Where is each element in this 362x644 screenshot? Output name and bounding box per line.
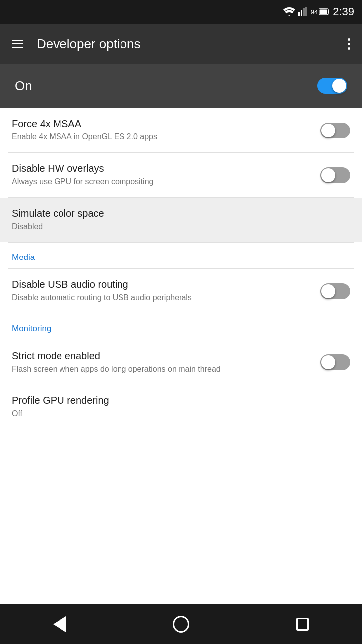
svg-rect-2 [303, 8, 305, 16]
developer-options-toggle-banner: On [0, 64, 362, 108]
status-time: 2:39 [333, 5, 354, 18]
signal-icon [298, 7, 308, 16]
monitoring-section-label: Monitoring [12, 324, 51, 333]
app-bar: Developer options [0, 24, 362, 64]
strict-mode-toggle[interactable] [320, 354, 350, 370]
profile-gpu-rendering-text: Profile GPU rendering Off [12, 395, 350, 419]
simulate-color-space-subtitle: Disabled [12, 221, 350, 232]
on-label: On [15, 78, 317, 94]
toggle-knob [321, 124, 335, 137]
wifi-icon [283, 7, 295, 16]
disable-usb-audio-title: Disable USB audio routing [12, 279, 320, 290]
disable-hw-overlays-text: Disable HW overlays Always use GPU for s… [12, 163, 320, 187]
disable-hw-overlays-toggle[interactable] [320, 167, 350, 183]
svg-rect-5 [328, 10, 329, 13]
toggle-knob [321, 168, 335, 182]
media-section-label: Media [12, 253, 35, 262]
navigation-bar [0, 604, 362, 644]
settings-list: Force 4x MSAA Enable 4x MSAA in OpenGL E… [0, 108, 362, 604]
more-options-button[interactable] [344, 34, 354, 54]
disable-hw-overlays-title: Disable HW overlays [12, 163, 320, 174]
disable-hw-overlays-item[interactable]: Disable HW overlays Always use GPU for s… [0, 153, 362, 197]
hamburger-button[interactable] [8, 36, 27, 52]
strict-mode-subtitle: Flash screen when apps do long operation… [12, 364, 320, 375]
profile-gpu-rendering-title: Profile GPU rendering [12, 395, 350, 406]
disable-usb-audio-text: Disable USB audio routing Disable automa… [12, 279, 320, 303]
simulate-color-space-text: Simulate color space Disabled [12, 208, 350, 232]
home-button[interactable] [167, 610, 195, 639]
back-icon [53, 616, 66, 632]
status-icons: 94 2:39 [283, 5, 354, 18]
toggle-knob [332, 79, 346, 93]
svg-rect-3 [305, 7, 307, 16]
toggle-knob [321, 284, 335, 298]
disable-usb-audio-item[interactable]: Disable USB audio routing Disable automa… [0, 269, 362, 313]
developer-options-toggle[interactable] [317, 78, 347, 94]
force-4x-msaa-toggle[interactable] [320, 123, 350, 138]
simulate-color-space-item[interactable]: Simulate color space Disabled [0, 198, 362, 242]
recent-apps-button[interactable] [290, 612, 315, 637]
strict-mode-title: Strict mode enabled [12, 350, 320, 362]
force-4x-msaa-title: Force 4x MSAA [12, 118, 320, 129]
back-button[interactable] [47, 610, 72, 638]
profile-gpu-rendering-subtitle: Off [12, 408, 350, 419]
force-4x-msaa-text: Force 4x MSAA Enable 4x MSAA in OpenGL E… [12, 118, 320, 142]
disable-hw-overlays-subtitle: Always use GPU for screen compositing [12, 176, 320, 187]
home-icon [173, 616, 189, 633]
battery-icon: 94 [311, 8, 330, 16]
status-bar: 94 2:39 [0, 0, 362, 24]
svg-rect-0 [298, 12, 300, 16]
recent-icon [296, 618, 309, 631]
strict-mode-text: Strict mode enabled Flash screen when ap… [12, 350, 320, 375]
profile-gpu-rendering-item[interactable]: Profile GPU rendering Off [0, 385, 362, 429]
force-4x-msaa-subtitle: Enable 4x MSAA in OpenGL ES 2.0 apps [12, 131, 320, 142]
strict-mode-item[interactable]: Strict mode enabled Flash screen when ap… [0, 340, 362, 385]
monitoring-section-header: Monitoring [0, 314, 362, 340]
media-section-header: Media [0, 243, 362, 268]
force-4x-msaa-item[interactable]: Force 4x MSAA Enable 4x MSAA in OpenGL E… [0, 108, 362, 152]
simulate-color-space-title: Simulate color space [12, 208, 350, 219]
disable-usb-audio-subtitle: Disable automatic routing to USB audio p… [12, 292, 320, 303]
svg-rect-6 [320, 10, 327, 14]
disable-usb-audio-toggle[interactable] [320, 283, 350, 299]
toggle-knob [321, 355, 335, 369]
svg-rect-1 [301, 10, 302, 16]
page-title: Developer options [37, 36, 344, 52]
